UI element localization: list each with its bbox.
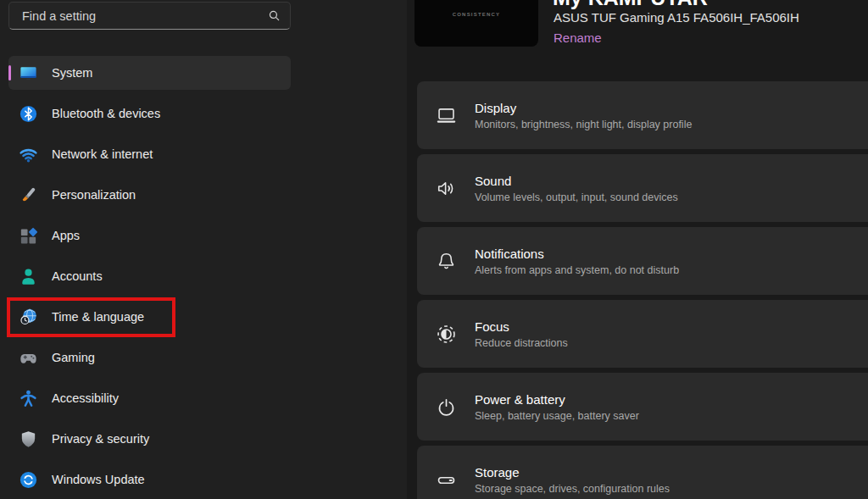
card-title: Sound (475, 174, 678, 188)
sidebar-item-accounts[interactable]: Accounts (8, 259, 291, 293)
card-subtitle: Storage space, drives, configuration rul… (475, 483, 670, 495)
notifications-icon (435, 250, 458, 273)
power-icon (435, 396, 458, 419)
selected-accent-pill (8, 65, 11, 80)
sidebar-item-bluetooth-devices[interactable]: Bluetooth & devices (8, 97, 291, 130)
network-icon (18, 144, 38, 164)
settings-card-storage[interactable]: Storage Storage space, drives, configura… (417, 446, 868, 499)
sidebar-item-privacy-security[interactable]: Privacy & security (8, 422, 291, 456)
card-title: Power & battery (475, 392, 639, 407)
card-subtitle: Reduce distractions (475, 337, 568, 349)
accounts-icon (18, 266, 38, 286)
sidebar-item-label: Accessibility (52, 391, 119, 405)
settings-card-power-battery[interactable]: Power & battery Sleep, battery usage, ba… (417, 373, 868, 441)
card-title: Storage (475, 465, 670, 480)
settings-card-display[interactable]: Display Monitors, brightness, night ligh… (417, 81, 868, 149)
card-subtitle: Volume levels, output, input, sound devi… (475, 191, 678, 203)
search-box[interactable] (8, 2, 291, 30)
sidebar-item-label: Apps (52, 229, 80, 242)
card-subtitle: Sleep, battery usage, battery saver (475, 410, 639, 422)
gaming-icon (18, 347, 38, 368)
sidebar-item-label: Windows Update (52, 473, 145, 486)
device-model: ASUS TUF Gaming A15 FA506IH_FA506IH (554, 10, 799, 25)
accessibility-icon (18, 388, 38, 408)
sidebar-item-label: System (52, 66, 92, 80)
device-thumbnail-wallpaper-text: CONSISTENCY (453, 12, 501, 47)
storage-icon (435, 469, 458, 491)
rename-link[interactable]: Rename (554, 30, 602, 45)
sidebar-item-apps[interactable]: Apps (8, 219, 291, 252)
sidebar-item-windows-update[interactable]: Windows Update (8, 463, 291, 496)
sidebar-item-gaming[interactable]: Gaming (8, 341, 291, 374)
focus-icon (435, 323, 458, 346)
display-icon (435, 104, 458, 127)
card-subtitle: Alerts from apps and system, do not dist… (475, 264, 679, 276)
settings-card-notifications[interactable]: Notifications Alerts from apps and syste… (417, 227, 868, 295)
device-name: My KAMPUTAR (553, 0, 708, 9)
system-icon (18, 63, 38, 83)
personalization-icon (18, 185, 38, 205)
search-input[interactable] (20, 8, 260, 24)
sidebar-item-system[interactable]: System (8, 56, 291, 90)
apps-icon (18, 225, 38, 246)
sidebar-item-label: Time & language (52, 310, 144, 324)
sidebar-item-time-language[interactable]: Time & language (8, 300, 291, 334)
sidebar-item-network-internet[interactable]: Network & internet (8, 137, 291, 171)
card-title: Notifications (475, 247, 679, 261)
time-language-icon (18, 307, 38, 327)
privacy-security-icon (18, 429, 38, 449)
sidebar-item-label: Network & internet (52, 147, 153, 161)
sidebar-item-personalization[interactable]: Personalization (8, 178, 291, 212)
sidebar-item-label: Accounts (52, 269, 103, 283)
sidebar-item-label: Privacy & security (52, 432, 149, 446)
settings-card-focus[interactable]: Focus Reduce distractions (417, 300, 868, 368)
sidebar-item-accessibility[interactable]: Accessibility (8, 381, 291, 415)
device-thumbnail: CONSISTENCY (415, 0, 538, 47)
sidebar-nav: System Bluetooth & devices Network & int… (8, 56, 291, 496)
windows-update-icon (18, 469, 38, 490)
card-title: Display (475, 101, 692, 115)
card-title: Focus (475, 319, 568, 334)
card-subtitle: Monitors, brightness, night light, displ… (475, 119, 692, 130)
sidebar-item-label: Bluetooth & devices (52, 107, 160, 120)
sound-icon (435, 177, 458, 200)
sidebar-item-label: Personalization (52, 188, 136, 202)
sidebar-item-label: Gaming (52, 351, 95, 364)
bluetooth-icon (18, 103, 38, 124)
settings-card-sound[interactable]: Sound Volume levels, output, input, soun… (417, 154, 868, 222)
settings-window: System Bluetooth & devices Network & int… (0, 0, 868, 499)
search-icon[interactable] (267, 8, 281, 23)
